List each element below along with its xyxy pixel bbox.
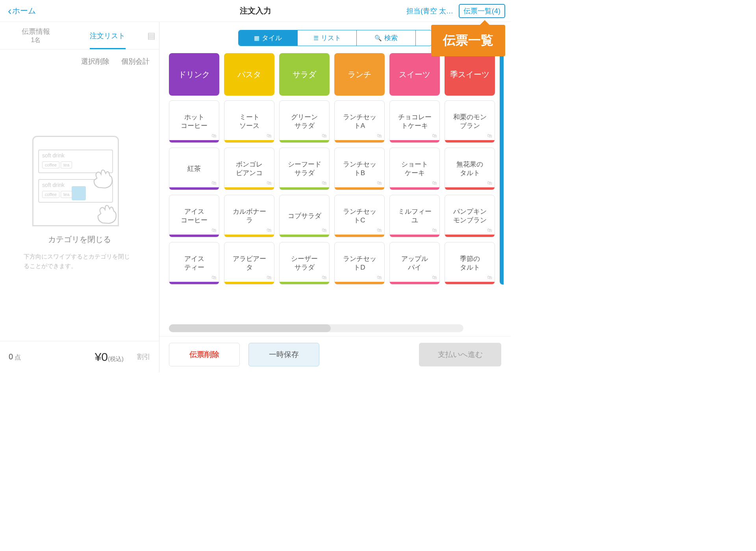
view-segmented-control: ▦タイル ☰リスト 🔍検索 — [238, 30, 432, 46]
bag-icon: 🛍 — [432, 133, 437, 139]
product-tile[interactable]: ミルフィーユ🛍 — [389, 195, 440, 237]
back-button[interactable]: ‹ ホーム — [0, 6, 36, 17]
product-tile[interactable]: パンプキンモンブラン🛍 — [445, 195, 495, 237]
product-tile[interactable]: ミートソース🛍 — [224, 100, 274, 143]
bag-icon: 🛍 — [267, 274, 272, 281]
bag-icon: 🛍 — [432, 180, 437, 187]
product-tile[interactable]: シーザーサラダ🛍 — [279, 242, 330, 285]
view-tile[interactable]: ▦タイル — [239, 30, 298, 46]
bag-icon: 🛍 — [377, 274, 382, 281]
product-tile[interactable]: ホットコーヒー🛍 — [169, 100, 219, 143]
top-bar: ‹ ホーム 注文入力 担当(青空 太… 伝票一覧(4) — [0, 0, 511, 22]
bag-icon: 🛍 — [267, 133, 272, 139]
slip-list-button[interactable]: 伝票一覧(4) — [459, 4, 505, 18]
bag-icon: 🛍 — [377, 133, 382, 139]
bag-icon: 🛍 — [322, 180, 327, 187]
action-delete-selected[interactable]: 選択削除 — [81, 57, 109, 66]
bag-icon: 🛍 — [267, 227, 272, 234]
product-tile[interactable]: チョコレートケーキ🛍 — [389, 100, 440, 143]
discount-button[interactable]: 割引 — [137, 352, 150, 361]
bag-icon: 🛍 — [322, 274, 327, 281]
proceed-payment-button[interactable]: 支払いへ進む — [419, 343, 501, 366]
category-tile[interactable]: パスタ — [224, 53, 274, 96]
bag-icon: 🛍 — [432, 227, 437, 234]
product-tile[interactable]: 紅茶🛍 — [169, 148, 219, 190]
bag-icon: 🛍 — [487, 180, 492, 187]
empty-description: 下方向にスワイプするとカテゴリを閉じることができます。 — [16, 252, 143, 271]
product-tile[interactable]: ランチセットB🛍 — [334, 148, 385, 190]
search-icon: 🔍 — [374, 35, 382, 42]
product-tile[interactable]: カルボナーラ🛍 — [224, 195, 274, 237]
horizontal-scrollbar[interactable] — [169, 324, 463, 332]
staff-button[interactable]: 担当(青空 太… — [406, 6, 453, 16]
category-tile[interactable]: ドリンク — [169, 53, 219, 96]
tab-slip-info[interactable]: 伝票情報 1名 — [0, 22, 72, 49]
empty-title: カテゴリを閉じる — [48, 234, 111, 245]
empty-illustration: soft drink coffeetea soft drink coffeete… — [28, 128, 131, 230]
page-title: 注文入力 — [240, 6, 271, 16]
item-count: 0点 — [9, 352, 21, 362]
bag-icon: 🛍 — [432, 274, 437, 281]
product-tile[interactable]: シーフードサラダ🛍 — [279, 148, 330, 190]
bag-icon: 🛍 — [267, 180, 272, 187]
total-amount: ¥0(税込) — [95, 350, 124, 364]
bag-icon: 🛍 — [377, 180, 382, 187]
tab-order-list-label: 注文リスト — [90, 31, 125, 41]
empty-state: soft drink coffeetea soft drink coffeete… — [0, 73, 159, 341]
product-tile[interactable]: グリーンサラダ🛍 — [279, 100, 330, 143]
bag-icon: 🛍 — [487, 274, 492, 281]
list-icon: ☰ — [313, 35, 319, 42]
view-list[interactable]: ☰リスト — [298, 30, 357, 46]
product-tile[interactable]: 季節のタルト🛍 — [445, 242, 495, 285]
callout-label: 伝票一覧 — [431, 25, 505, 56]
product-tile[interactable]: ボンゴレビアンコ🛍 — [224, 148, 274, 190]
bag-icon: 🛍 — [211, 133, 217, 139]
bag-icon: 🛍 — [487, 133, 492, 139]
product-tile[interactable]: 無花果のタルト🛍 — [445, 148, 495, 190]
bag-icon: 🛍 — [377, 227, 382, 234]
right-panel: ▦タイル ☰リスト 🔍検索 ドリンクホットコーヒー🛍紅茶🛍アイスコーヒー🛍アイス… — [159, 22, 511, 372]
chevron-left-icon: ‹ — [8, 6, 11, 17]
bag-icon: 🛍 — [322, 227, 327, 234]
left-footer: 0点 ¥0(税込) 割引 — [0, 341, 159, 372]
product-tile[interactable]: コブサラダ🛍 — [279, 195, 330, 237]
bag-icon: 🛍 — [211, 180, 217, 187]
callout-tooltip: 伝票一覧 — [431, 25, 505, 56]
product-tile[interactable]: アップルパイ🛍 — [389, 242, 440, 285]
bag-icon: 🛍 — [211, 227, 217, 234]
product-tile[interactable]: ショートケーキ🛍 — [389, 148, 440, 190]
product-tile[interactable]: アラビアータ🛍 — [224, 242, 274, 285]
delete-slip-button[interactable]: 伝票削除 — [169, 343, 240, 366]
product-tile[interactable]: ランチセットC🛍 — [334, 195, 385, 237]
view-extra[interactable] — [416, 30, 432, 46]
grid-icon: ▦ — [254, 35, 259, 42]
bag-icon: 🛍 — [487, 227, 492, 234]
category-tile[interactable]: サラダ — [279, 53, 330, 96]
right-footer: 伝票削除 一時保存 支払いへ進む — [159, 336, 511, 372]
view-search[interactable]: 🔍検索 — [357, 30, 416, 46]
product-tile[interactable]: 和栗のモンブラン🛍 — [445, 100, 495, 143]
bag-icon: 🛍 — [211, 274, 217, 281]
memo-icon[interactable]: ▤ — [143, 22, 159, 49]
tab-slip-info-label: 伝票情報 — [22, 27, 50, 36]
bag-icon: 🛍 — [322, 133, 327, 139]
tab-slip-info-sub: 1名 — [31, 36, 41, 44]
product-tile[interactable]: ランチセットA🛍 — [334, 100, 385, 143]
action-split-bill[interactable]: 個別会計 — [121, 57, 150, 66]
left-panel: 伝票情報 1名 注文リスト ▤ 選択削除 個別会計 soft drink cof… — [0, 22, 159, 372]
product-tile[interactable]: ランチセットD🛍 — [334, 242, 385, 285]
product-tile[interactable]: アイスティー🛍 — [169, 242, 219, 285]
category-tile[interactable]: スイーツ — [389, 53, 440, 96]
back-label: ホーム — [12, 6, 36, 16]
save-temp-button[interactable]: 一時保存 — [248, 343, 319, 366]
category-tile[interactable]: 季スイーツ — [445, 53, 495, 96]
scrollbar-thumb[interactable] — [169, 324, 331, 332]
tab-order-list[interactable]: 注文リスト — [72, 22, 143, 49]
next-category-edge[interactable] — [500, 53, 504, 285]
category-tile[interactable]: ランチ — [334, 53, 385, 96]
product-tile[interactable]: アイスコーヒー🛍 — [169, 195, 219, 237]
